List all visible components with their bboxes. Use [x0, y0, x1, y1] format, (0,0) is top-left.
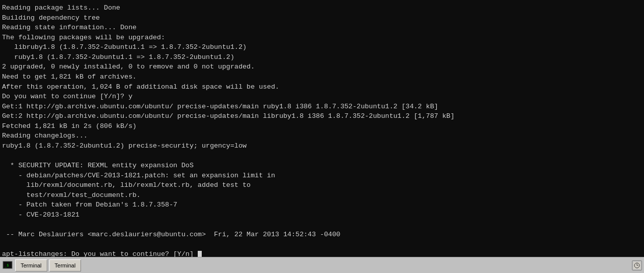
taskbar-tab-2[interactable]: Terminal — [49, 259, 82, 271]
terminal-taskbar-icon: _$ — [2, 260, 13, 271]
taskbar-right — [632, 260, 642, 270]
taskbar-clock-icon — [632, 260, 642, 270]
svg-text:_$: _$ — [5, 263, 9, 267]
taskbar: _$ Terminal Terminal — [0, 257, 644, 273]
terminal-window: Reading package lists... Done Building d… — [0, 0, 644, 273]
terminal-output[interactable]: Reading package lists... Done Building d… — [0, 0, 644, 257]
taskbar-tab-1[interactable]: Terminal — [15, 259, 47, 271]
terminal-cursor — [198, 251, 202, 257]
